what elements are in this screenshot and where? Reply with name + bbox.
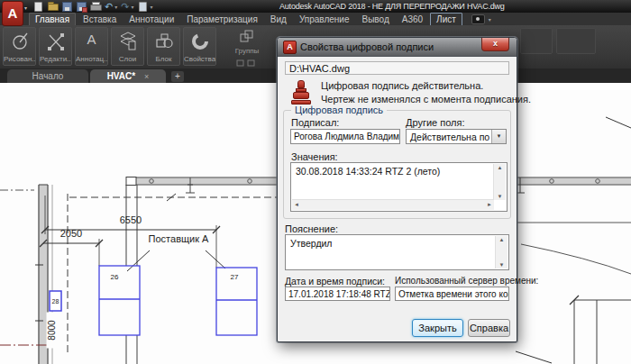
modify-panel-button[interactable]: Редакти...	[39, 27, 72, 66]
digital-signature-group: Цифровая подпись Подписал: Рогова Людмил…	[283, 110, 511, 219]
equipment-tag-26: 26	[105, 273, 123, 281]
scroll-right-icon[interactable]: ►	[487, 202, 492, 207]
ribbon-button-partial[interactable]	[520, 28, 553, 54]
dialog-autocad-icon: A	[283, 41, 297, 54]
draw-panel-button[interactable]: Рисован...	[3, 27, 36, 66]
other-fields-label: Другие поля:	[406, 117, 465, 128]
modify-icon	[46, 31, 66, 52]
ribbon-tab-insert[interactable]: Вставка	[78, 14, 122, 25]
signer-label: Подписал:	[291, 117, 339, 128]
dimension-6550-text: 6550	[104, 214, 158, 225]
annotation-panel-button[interactable]: A Аннотац...	[75, 27, 108, 66]
save-as-icon[interactable]	[76, 1, 87, 12]
groups-panel-label: Группы	[219, 47, 275, 55]
window-title: Autodesk AutoCAD 2018 - НЕ ДЛЯ ПЕРЕПРОДА…	[279, 2, 505, 11]
scroll-down-icon[interactable]: ▼	[494, 194, 506, 199]
ribbon-tab-layout[interactable]: Лист	[430, 13, 462, 26]
help-button[interactable]: Справка	[468, 319, 510, 337]
draw-icon	[10, 31, 30, 52]
time-server-field[interactable]: Отметка времени этого компьютер	[395, 287, 509, 301]
dialog-title: Свойства цифровой подписи	[300, 41, 434, 52]
annotation-panel-label: Аннотац...	[76, 55, 107, 63]
file-tab-hvac-label: HVAC*	[107, 71, 135, 81]
leader-line-topright[interactable]	[606, 117, 631, 128]
ribbon-tab-manage[interactable]: Управление	[294, 14, 355, 25]
close-button[interactable]: Закрыть	[412, 319, 463, 337]
application-menu-button[interactable]: A	[2, 1, 23, 26]
values-vertical-scrollbar[interactable]: ▲ ▼	[493, 164, 506, 200]
comment-value: Утвердил	[290, 238, 333, 249]
equipment-tag-28: 28	[50, 298, 61, 305]
dimension-2050-text: 2050	[46, 228, 96, 239]
groups-panel[interactable]: Группы	[219, 27, 275, 66]
combobox-dropdown-icon[interactable]: ▼	[491, 130, 506, 143]
ribbon-button-partial[interactable]	[556, 28, 596, 54]
workspace-icon[interactable]	[137, 1, 148, 12]
new-tab-button[interactable]: +	[171, 71, 184, 82]
scroll-down-icon[interactable]: ▼	[496, 262, 508, 268]
ribbon-tab-output[interactable]: Вывод	[357, 14, 395, 25]
ribbon-tab-view[interactable]: Вид	[265, 14, 292, 25]
layers-panel-label: Слои	[112, 55, 143, 63]
ribbon-tab-parametric[interactable]: Параметризация	[181, 14, 263, 25]
scroll-up-icon[interactable]: ▲	[494, 165, 506, 170]
door-swing-arc[interactable]	[521, 244, 631, 274]
bottom-right-column[interactable]	[570, 296, 631, 364]
file-tab-close-icon[interactable]: ×	[144, 72, 149, 81]
redo-icon[interactable]: ↷	[121, 1, 129, 12]
groups-icon	[239, 29, 255, 43]
signature-status-line1: Цифровая подпись действительна.	[321, 80, 483, 91]
block-icon	[154, 31, 174, 52]
undo-dropdown-icon[interactable]: ▾	[114, 4, 117, 10]
layers-icon	[118, 31, 138, 52]
ribbon-tab-a360[interactable]: A360	[397, 14, 428, 25]
interior-column[interactable]	[126, 185, 137, 364]
properties-panel-button[interactable]: Свойства	[183, 27, 216, 66]
dialog-close-button[interactable]: x	[481, 38, 509, 51]
ribbon-tab-annotate[interactable]: Аннотации	[123, 14, 179, 25]
dialog-titlebar[interactable]: A Свойства цифровой подписи x	[278, 38, 517, 57]
filename-field: D:\HVAC.dwg	[285, 61, 509, 75]
equipment-tag-27: 27	[225, 273, 243, 281]
plot-icon[interactable]	[90, 1, 101, 12]
scroll-left-icon[interactable]: ◄	[294, 202, 299, 207]
group-legend: Цифровая подпись	[291, 105, 387, 115]
file-tab-hvac[interactable]: HVAC* ×	[90, 69, 166, 83]
quick-access-toolbar: ↶ ▾ ↷ ▾ ▾	[32, 1, 152, 12]
supplier-leaders[interactable]	[127, 250, 225, 271]
dimension-2050[interactable]	[40, 239, 103, 266]
comment-textbox[interactable]: Утвердил ▲ ▼	[285, 234, 509, 270]
time-server-label: Использованный сервер времени:	[395, 276, 538, 286]
file-tab-start[interactable]: Начало	[7, 69, 88, 83]
properties-panel-label: Свойства	[184, 55, 215, 63]
other-fields-combobox[interactable]: Действительна по ▼	[406, 129, 507, 144]
ribbon-tab-bar: Главная Вставка Аннотации Параметризация…	[0, 13, 631, 25]
application-menu-arrow-icon[interactable]: ▾	[24, 5, 27, 11]
datetime-field[interactable]: 17.01.2018 17:18:48 RTZ 2 (лет	[285, 287, 390, 301]
qat-customize-dropdown-icon[interactable]: ▾	[150, 4, 152, 10]
layers-panel-button[interactable]: Слои	[111, 27, 144, 66]
values-label: Значения:	[291, 151, 338, 162]
digital-signature-dialog: A Свойства цифровой подписи x D:\HVAC.dw…	[277, 37, 517, 342]
record-icon[interactable]	[471, 14, 485, 24]
save-icon[interactable]	[61, 1, 72, 12]
new-file-icon[interactable]	[32, 1, 43, 12]
block-panel-button[interactable]: Блок	[147, 27, 180, 66]
redo-dropdown-icon[interactable]: ▾	[131, 4, 133, 10]
properties-icon	[190, 31, 210, 52]
values-item[interactable]: 30.08.2018 14:33:24 RTZ 2 (лето)	[296, 166, 440, 177]
scroll-up-icon[interactable]: ▲	[496, 237, 508, 242]
comment-label: Пояснение:	[285, 223, 338, 234]
leader-line-bottomright[interactable]	[516, 351, 552, 363]
signer-field[interactable]: Рогова Людмила Владимировна	[290, 129, 400, 144]
comment-scrollbar[interactable]: ▲ ▼	[495, 236, 508, 268]
open-file-icon[interactable]	[47, 1, 58, 12]
modify-panel-label: Редакти...	[40, 55, 71, 63]
signature-stamp-icon	[291, 80, 311, 105]
values-horizontal-scrollbar[interactable]: ◄ ►	[292, 199, 494, 210]
record-dropdown-icon[interactable]: ▾	[489, 16, 491, 23]
undo-icon[interactable]: ↶	[105, 1, 113, 12]
signature-status-line2: Чертеж не изменялся с момента подписания…	[321, 94, 531, 105]
values-listbox[interactable]: 30.08.2018 14:33:24 RTZ 2 (лето) ▲ ▼ ◄ ►	[290, 162, 508, 212]
ribbon-tab-home[interactable]: Главная	[29, 13, 76, 26]
